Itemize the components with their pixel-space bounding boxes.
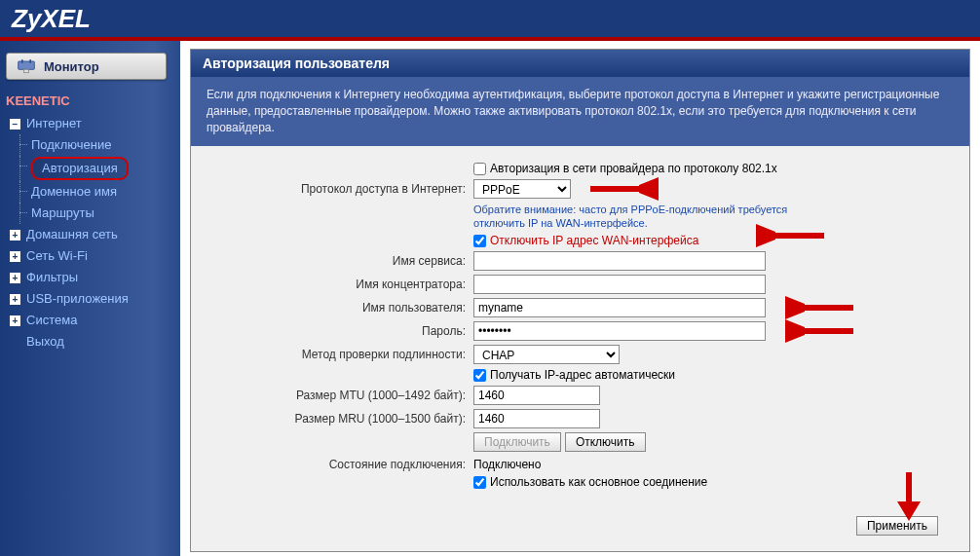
annotation-arrow-icon <box>785 296 853 319</box>
panel-description: Если для подключения к Интернету необход… <box>191 77 969 146</box>
auth-panel: Авторизация пользователя Если для подклю… <box>190 49 970 552</box>
service-input[interactable] <box>473 251 766 271</box>
auth-8021x-checkbox[interactable] <box>473 163 486 175</box>
monitor-label: Монитор <box>44 59 99 74</box>
sidebar-item-homenet[interactable]: + Домашняя сеть <box>6 224 174 245</box>
password-label: Пароль: <box>210 324 473 338</box>
protocol-select[interactable]: PPPoE <box>473 179 571 199</box>
monitor-button[interactable]: Монитор <box>6 53 167 80</box>
svg-rect-11 <box>803 328 853 334</box>
app-header: ZyXEL <box>0 0 980 37</box>
brand-logo: ZyXEL <box>12 4 91 33</box>
expand-icon[interactable]: + <box>10 230 20 241</box>
mtu-input[interactable] <box>473 386 600 405</box>
autoip-label: Получать IP-адрес автоматически <box>490 368 675 382</box>
mtu-label: Размер MTU (1000–1492 байт): <box>210 389 473 402</box>
username-input[interactable] <box>473 298 766 317</box>
annotation-arrow-icon <box>590 177 659 201</box>
auth-8021x-label: Авторизация в сети провайдера по протоко… <box>490 162 777 175</box>
annotation-arrow-icon <box>785 319 853 343</box>
svg-marker-4 <box>639 177 659 201</box>
status-value: Подключено <box>473 458 541 471</box>
default-conn-checkbox[interactable] <box>473 476 486 489</box>
sidebar-item-wifi[interactable]: + Сеть Wi-Fi <box>6 245 174 267</box>
autoip-checkbox[interactable] <box>473 369 486 382</box>
protocol-hint: Обратите внимание: часто для PPPoE-подкл… <box>473 203 814 230</box>
sidebar-item-internet[interactable]: − Интернет <box>6 113 174 134</box>
svg-rect-3 <box>24 69 29 72</box>
password-input[interactable] <box>473 321 766 341</box>
concentrator-label: Имя концентратора: <box>210 278 473 291</box>
panel-title: Авторизация пользователя <box>191 50 969 77</box>
panel-body: Авторизация в сети провайдера по протоко… <box>191 146 969 551</box>
sidebar-item-filters[interactable]: + Фильтры <box>6 267 174 288</box>
svg-marker-10 <box>785 319 805 343</box>
svg-marker-8 <box>785 296 805 319</box>
sidebar-item-authorization[interactable]: Авторизация <box>6 156 174 181</box>
sidebar-item-exit[interactable]: Выход <box>6 331 174 352</box>
svg-rect-9 <box>803 305 853 311</box>
username-label: Имя пользователя: <box>210 301 473 315</box>
expand-icon[interactable]: + <box>10 273 20 283</box>
sidebar-item-domain[interactable]: Доменное имя <box>6 181 174 203</box>
monitor-icon <box>17 57 36 75</box>
content-area: Авторизация пользователя Если для подклю… <box>180 41 980 556</box>
expand-icon[interactable]: + <box>10 294 20 305</box>
concentrator-input[interactable] <box>473 275 766 294</box>
mru-label: Размер MRU (1000–1500 байт): <box>210 412 473 426</box>
svg-rect-5 <box>590 186 641 192</box>
authmethod-label: Метод проверки подлинности: <box>210 348 473 361</box>
protocol-label: Протокол доступа в Интернет: <box>210 182 473 196</box>
disconnect-button[interactable]: Отключить <box>565 432 646 452</box>
tree-root[interactable]: KEENETIC <box>6 92 174 111</box>
disable-wan-checkbox[interactable] <box>473 235 486 247</box>
sidebar-item-usb[interactable]: + USB-приложения <box>6 288 174 310</box>
disable-wan-label: Отключить IP адрес WAN-интерфейса <box>490 234 698 247</box>
authmethod-select[interactable]: CHAP <box>473 345 620 364</box>
connect-button[interactable]: Подключить <box>473 432 561 452</box>
svg-rect-0 <box>19 61 35 69</box>
apply-button[interactable]: Применить <box>856 516 938 536</box>
expand-icon[interactable]: + <box>10 251 20 262</box>
nav-tree: KEENETIC − Интернет Подключение Авториза… <box>6 92 174 352</box>
mru-input[interactable] <box>473 409 600 428</box>
service-label: Имя сервиса: <box>210 254 473 268</box>
sidebar-item-connection[interactable]: Подключение <box>6 134 174 156</box>
sidebar-item-routes[interactable]: Маршруты <box>6 203 174 224</box>
expand-icon[interactable]: + <box>10 315 20 326</box>
status-label: Состояние подключения: <box>210 458 473 471</box>
sidebar-item-system[interactable]: + Система <box>6 310 174 331</box>
default-conn-label: Использовать как основное соединение <box>490 475 707 489</box>
collapse-icon[interactable]: − <box>10 119 20 130</box>
sidebar: Монитор KEENETIC − Интернет Подключение … <box>0 41 180 556</box>
